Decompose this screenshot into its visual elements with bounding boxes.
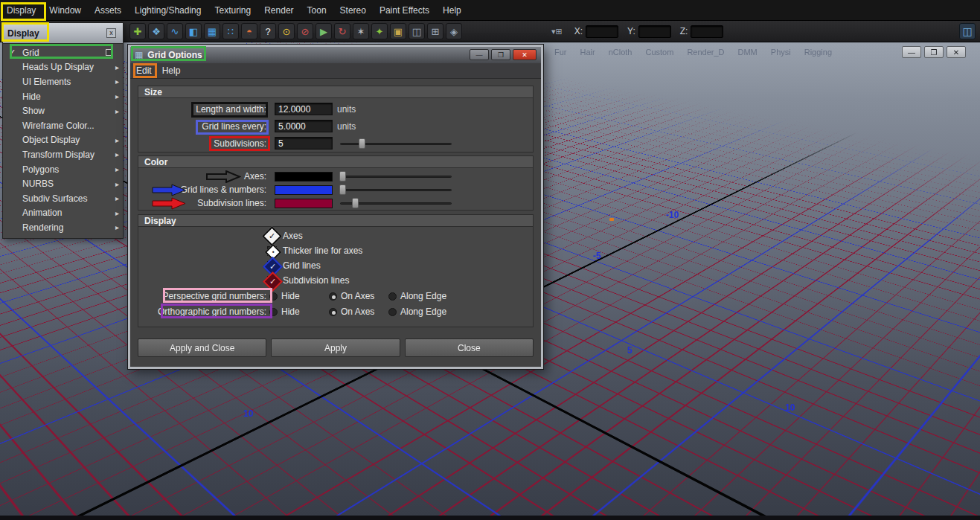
orthographic-along-edge-radio[interactable] <box>388 308 397 316</box>
menu-item-subdiv-surfaces[interactable]: Subdiv Surfaces▸ <box>3 191 123 206</box>
dialog-minimize-button[interactable]: — <box>470 49 489 60</box>
shelf-tab-dmm[interactable]: DMM <box>738 48 758 57</box>
length-width-input[interactable]: 12.0000 <box>275 103 333 115</box>
subdivision-lines-color-swatch[interactable] <box>275 199 333 208</box>
ipr-render-icon[interactable]: ↻ <box>334 23 350 39</box>
menu-item-hide[interactable]: Hide▸ <box>3 89 123 104</box>
perspective-along-edge-radio[interactable] <box>388 292 397 301</box>
layout-icon[interactable]: ◫ <box>409 23 425 39</box>
grid-lines-checkbox[interactable]: ✓ <box>267 261 277 271</box>
dialog-menu-help[interactable]: Help <box>162 65 181 76</box>
apply-button[interactable]: Apply <box>271 338 400 357</box>
menubar-item-help[interactable]: Help <box>436 1 468 19</box>
render-icon[interactable]: ▶ <box>316 23 332 39</box>
shelf-tab-fur[interactable]: Fur <box>554 48 567 57</box>
grid-lines-every-input[interactable]: 5.0000 <box>275 120 333 132</box>
menu-item-nurbs[interactable]: NURBS▸ <box>3 176 123 191</box>
slider-handle[interactable] <box>339 171 346 182</box>
menu-item-rendering[interactable]: Rendering▸ <box>3 220 123 235</box>
perspective-hide-radio[interactable] <box>269 292 278 301</box>
tearoff-titlebar[interactable]: Display x <box>3 23 123 43</box>
lock-icon[interactable]: ⊙ <box>278 23 295 39</box>
orthographic-hide-radio[interactable] <box>269 308 278 316</box>
render-settings-icon[interactable]: ✶ <box>353 23 369 39</box>
subdivision-lines-color-slider[interactable] <box>340 198 452 208</box>
dialog-maximize-button[interactable]: ❐ <box>491 49 510 60</box>
radio-label: On Axes <box>341 306 374 317</box>
subdivisions-input[interactable]: 5 <box>275 137 333 150</box>
color-section-header[interactable]: Color <box>138 156 533 168</box>
panel-layout-icon[interactable]: ◫ <box>959 23 976 39</box>
close-button[interactable]: Close <box>405 338 534 357</box>
shelf-tab-hair[interactable]: Hair <box>580 48 595 57</box>
apply-and-close-button[interactable]: Apply and Close <box>138 338 266 357</box>
menu-item-wireframe-color-[interactable]: Wireframe Color... <box>3 118 123 133</box>
menu-item-animation[interactable]: Animation▸ <box>3 206 123 221</box>
menubar-item-render[interactable]: Render <box>257 1 300 19</box>
menubar-item-texturing[interactable]: Texturing <box>208 1 257 19</box>
axes-color-swatch[interactable] <box>275 172 333 182</box>
menu-item-polygons[interactable]: Polygons▸ <box>3 162 123 177</box>
menu-item-grid[interactable]: ✓Grid <box>3 45 123 60</box>
subdivision-lines-checkbox[interactable]: ✓ <box>267 276 277 286</box>
menubar-item-stereo[interactable]: Stereo <box>333 1 373 19</box>
scene-icon[interactable]: ▣ <box>390 23 406 39</box>
input-mode-icon[interactable]: ▾⊞ <box>551 27 563 36</box>
unlock-icon[interactable]: ⊘ <box>297 23 313 39</box>
panel-close-button[interactable]: ✕ <box>947 46 966 58</box>
shelf-tab-custom[interactable]: Custom <box>645 48 673 57</box>
grid-snap-icon[interactable]: ▦ <box>204 23 220 39</box>
slider-handle[interactable] <box>339 184 346 195</box>
axes-checkbox[interactable]: ✓ <box>267 231 277 241</box>
axis-input-z[interactable] <box>691 25 723 38</box>
help-icon[interactable]: ? <box>260 23 276 39</box>
slider-track <box>340 189 452 191</box>
slider-handle[interactable] <box>352 198 359 208</box>
shelf-tab-physi[interactable]: Physi <box>771 48 791 57</box>
thicker-line-checkbox[interactable] <box>267 246 277 256</box>
surface-tool-icon[interactable]: ◧ <box>185 23 202 39</box>
snap-together-icon[interactable]: ❖ <box>148 23 164 39</box>
display-section-header[interactable]: Display <box>138 215 533 227</box>
perspective-on-axes-radio[interactable] <box>329 292 337 301</box>
panel-maximize-button[interactable]: ❐ <box>924 46 944 58</box>
menubar-item-paint-effects[interactable]: Paint Effects <box>373 1 436 19</box>
menubar-item-toon[interactable]: Toon <box>301 1 333 19</box>
size-section-header[interactable]: Size <box>138 86 533 98</box>
dialog-menu-edit[interactable]: Edit <box>136 65 152 76</box>
slider-handle[interactable] <box>359 138 365 149</box>
shelf-tab-render-d[interactable]: Render_D <box>687 48 724 57</box>
menubar-item-assets[interactable]: Assets <box>88 1 128 19</box>
menu-item-heads-up-display[interactable]: Heads Up Display▸ <box>3 60 123 75</box>
point-snap-icon[interactable]: ∷ <box>222 23 239 39</box>
grid-lines-every-row: Grid lines every: 5.0000 units <box>138 120 533 132</box>
grid-lines-color-swatch[interactable] <box>275 185 333 195</box>
orthographic-on-axes-radio[interactable] <box>329 308 337 316</box>
menu-item-ui-elements[interactable]: UI Elements▸ <box>3 74 123 89</box>
subdivisions-slider[interactable] <box>340 138 452 149</box>
magnet-snap-icon[interactable]: ◓ <box>241 23 257 39</box>
dialog-window-controls: — ❐ ✕ <box>470 49 537 60</box>
shelf-tab-ncloth[interactable]: nCloth <box>609 48 632 57</box>
curve-tool-icon[interactable]: ∿ <box>167 23 183 39</box>
axis-input-x[interactable] <box>586 25 618 38</box>
move-tool-icon[interactable]: ✚ <box>129 23 146 39</box>
menubar-item-window[interactable]: Window <box>42 1 88 19</box>
menu-item-show[interactable]: Show▸ <box>3 103 123 118</box>
menu-item-transform-display[interactable]: Transform Display▸ <box>3 147 123 162</box>
grid-lines-color-slider[interactable] <box>340 184 452 195</box>
axis-input-y[interactable] <box>638 25 671 38</box>
shelf-tab-rigging[interactable]: Rigging <box>804 48 832 57</box>
paint-effects-icon[interactable]: ✦ <box>371 23 388 39</box>
panel-minimize-button[interactable]: — <box>902 46 921 58</box>
menubar-item-lighting-shading[interactable]: Lighting/Shading <box>128 1 208 19</box>
tearoff-close-icon[interactable]: x <box>106 28 116 38</box>
menubar-item-display[interactable]: Display <box>0 1 42 19</box>
counter-icon[interactable]: ⊞ <box>427 23 443 39</box>
axes-color-slider[interactable] <box>340 171 452 182</box>
menu-item-object-display[interactable]: Object Display▸ <box>3 133 123 148</box>
dialog-titlebar[interactable]: ▦ Grid Options — ❐ ✕ <box>130 47 541 63</box>
dialog-close-button[interactable]: ✕ <box>513 49 537 60</box>
option-box-icon[interactable] <box>106 49 112 56</box>
snap-view-icon[interactable]: ◈ <box>446 23 462 39</box>
